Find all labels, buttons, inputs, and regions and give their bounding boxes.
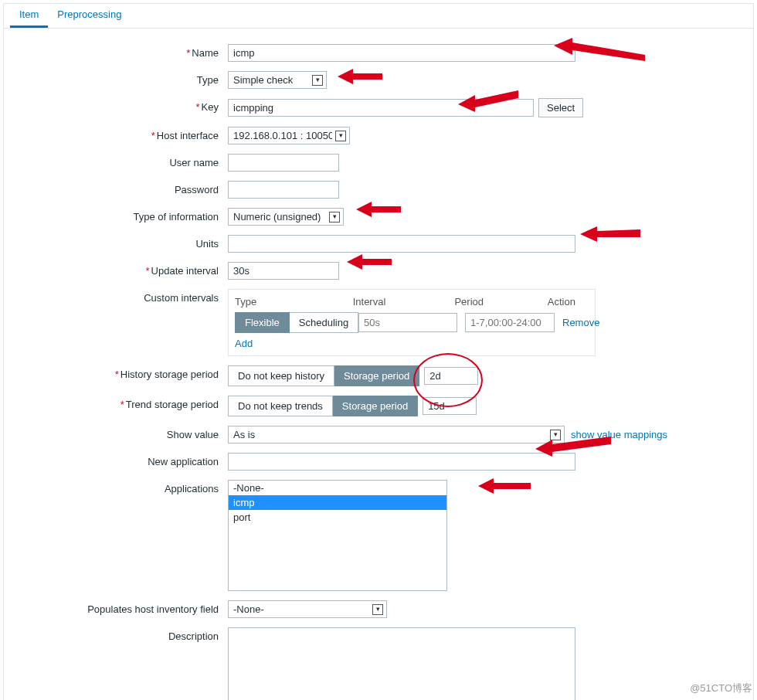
custom-intervals-box: Type Interval Period Action Flexible Sch… bbox=[228, 289, 596, 356]
show-value-select[interactable]: As is ▾ bbox=[228, 426, 565, 443]
units-input[interactable] bbox=[228, 235, 575, 253]
new-application-input[interactable] bbox=[228, 453, 575, 471]
trend-segments: Do not keep trends Storage period bbox=[228, 396, 418, 416]
applications-list[interactable]: -None-icmpport bbox=[228, 480, 447, 591]
ci-header-interval: Interval bbox=[353, 296, 447, 308]
label-host-interface: *Host interface bbox=[12, 127, 228, 141]
history-value-input[interactable] bbox=[424, 367, 478, 385]
label-type-of-info: Type of information bbox=[12, 208, 228, 223]
show-value-value: As is bbox=[233, 429, 547, 440]
label-show-value: Show value bbox=[12, 426, 228, 440]
label-user-name: User name bbox=[12, 154, 228, 168]
chevron-down-icon: ▾ bbox=[312, 75, 323, 86]
host-interface-value: 192.168.0.101 : 10050 bbox=[233, 130, 332, 141]
type-of-info-value: Numeric (unsigned) bbox=[233, 211, 326, 223]
inventory-select[interactable]: -None- ▾ bbox=[228, 600, 387, 618]
ci-seg-scheduling[interactable]: Scheduling bbox=[290, 312, 358, 333]
ci-header-type: Type bbox=[235, 296, 345, 308]
name-input[interactable] bbox=[228, 44, 575, 62]
label-type: Type bbox=[12, 71, 228, 86]
label-description: Description bbox=[12, 627, 228, 642]
label-units: Units bbox=[12, 235, 228, 250]
key-select-button[interactable]: Select bbox=[538, 98, 583, 117]
ci-type-segments: Flexible Scheduling bbox=[235, 312, 358, 333]
ci-add-link[interactable]: Add bbox=[235, 338, 253, 349]
password-input[interactable] bbox=[228, 181, 339, 199]
show-value-mappings-link[interactable]: show value mappings bbox=[571, 429, 667, 440]
applications-item[interactable]: icmp bbox=[229, 495, 446, 510]
item-form: *Name Type Simple check ▾ *Key Select bbox=[4, 29, 753, 700]
label-new-application: New application bbox=[12, 453, 228, 467]
update-interval-input[interactable] bbox=[228, 262, 339, 280]
label-inventory: Populates host inventory field bbox=[12, 600, 228, 615]
applications-item[interactable]: -None- bbox=[229, 481, 446, 495]
chevron-down-icon: ▾ bbox=[329, 212, 340, 223]
key-input[interactable] bbox=[228, 99, 534, 117]
history-seg-donotkeep[interactable]: Do not keep history bbox=[228, 365, 334, 386]
ci-header-period: Period bbox=[454, 296, 539, 308]
label-history-storage: *History storage period bbox=[12, 365, 228, 380]
chevron-down-icon: ▾ bbox=[335, 131, 346, 141]
ci-interval-input[interactable] bbox=[358, 313, 457, 332]
label-update-interval: *Update interval bbox=[12, 262, 228, 277]
ci-seg-flexible[interactable]: Flexible bbox=[235, 312, 290, 333]
label-trend-storage: *Trend storage period bbox=[12, 396, 228, 410]
label-name: *Name bbox=[12, 44, 228, 59]
type-select[interactable]: Simple check ▾ bbox=[228, 71, 327, 89]
ci-period-input[interactable] bbox=[465, 313, 555, 332]
type-of-info-select[interactable]: Numeric (unsigned) ▾ bbox=[228, 208, 344, 226]
inventory-value: -None- bbox=[233, 603, 369, 615]
trend-seg-donotkeep[interactable]: Do not keep trends bbox=[228, 396, 333, 416]
applications-item[interactable]: port bbox=[229, 510, 446, 525]
chevron-down-icon: ▾ bbox=[372, 604, 383, 615]
label-password: Password bbox=[12, 181, 228, 195]
label-custom-intervals: Custom intervals bbox=[12, 289, 228, 304]
type-select-value: Simple check bbox=[233, 74, 309, 86]
host-interface-select[interactable]: 192.168.0.101 : 10050 ▾ bbox=[228, 127, 350, 144]
tabs: Item Preprocessing bbox=[4, 4, 753, 29]
history-seg-storage[interactable]: Storage period bbox=[334, 365, 419, 386]
tab-preprocessing[interactable]: Preprocessing bbox=[48, 2, 131, 28]
ci-remove-link[interactable]: Remove bbox=[562, 317, 599, 328]
description-textarea[interactable] bbox=[228, 627, 575, 700]
trend-value-input[interactable] bbox=[423, 397, 477, 415]
history-segments: Do not keep history Storage period bbox=[228, 365, 419, 386]
label-applications: Applications bbox=[12, 480, 228, 494]
label-key: *Key bbox=[12, 98, 228, 113]
trend-seg-storage[interactable]: Storage period bbox=[333, 396, 418, 416]
tab-item[interactable]: Item bbox=[10, 2, 48, 28]
chevron-down-icon: ▾ bbox=[550, 430, 561, 440]
ci-header-action: Action bbox=[548, 296, 589, 308]
user-name-input[interactable] bbox=[228, 154, 339, 172]
